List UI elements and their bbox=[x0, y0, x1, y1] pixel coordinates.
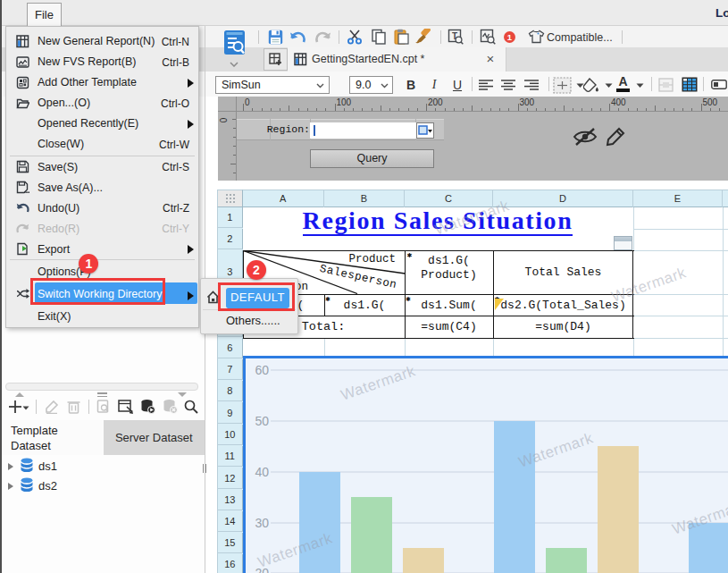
row-header-7[interactable]: 7 bbox=[218, 359, 243, 380]
menu-item-redo[interactable]: Redo(R) Ctrl-Y bbox=[7, 218, 197, 239]
splitter-handle-icon[interactable] bbox=[97, 392, 107, 394]
fill-caret-icon[interactable] bbox=[605, 83, 613, 88]
menu-item-close[interactable]: Close(W) Ctrl-W bbox=[7, 134, 197, 155]
column-header-E[interactable]: E bbox=[633, 190, 723, 207]
compatible-label[interactable]: Compatible... bbox=[547, 31, 613, 44]
panel-divider-handle-icon[interactable] bbox=[203, 464, 206, 473]
align-center-icon[interactable] bbox=[501, 80, 515, 90]
search-dataset-icon[interactable] bbox=[184, 400, 198, 414]
tab-template-dataset[interactable]: Template Dataset bbox=[2, 420, 104, 455]
preview-dataset-icon[interactable] bbox=[96, 400, 110, 414]
align-right-icon[interactable] bbox=[524, 80, 539, 90]
menu-item-exit[interactable]: Exit(X) bbox=[7, 306, 197, 326]
font-color-button[interactable]: A bbox=[615, 76, 631, 93]
submenu-item-others[interactable]: Others...... bbox=[226, 314, 280, 327]
cut-icon[interactable] bbox=[347, 29, 363, 45]
collapse-down-icon[interactable] bbox=[177, 392, 188, 398]
menu-item-export[interactable]: Export bbox=[7, 239, 197, 259]
column-header-A[interactable]: A bbox=[243, 190, 325, 207]
chart-bar-series-green-g2[interactable] bbox=[546, 548, 587, 573]
tree-expand-caret-icon[interactable] bbox=[8, 463, 13, 470]
font-color-caret-icon[interactable] bbox=[636, 83, 644, 88]
menu-item-add-other-template[interactable]: Add Other Template bbox=[7, 72, 197, 93]
format-painter-icon[interactable] bbox=[414, 29, 431, 45]
disconnect-database-icon[interactable] bbox=[163, 399, 178, 414]
chart-bar-series-blue-g2[interactable] bbox=[494, 421, 535, 573]
formula-search-icon[interactable] bbox=[480, 29, 496, 45]
cell-c4[interactable]: ds1.Sum( bbox=[405, 299, 493, 312]
tab-gettingstarteden[interactable]: GettingStartedEN.cpt * × bbox=[288, 47, 506, 72]
menu-item-new-general-report[interactable]: New General Report(N) Ctrl-N bbox=[7, 31, 197, 52]
tab-server-dataset[interactable]: Server Dataset bbox=[104, 420, 205, 455]
sheet-select-all-corner[interactable] bbox=[217, 190, 243, 207]
underline-button[interactable]: U bbox=[450, 78, 464, 92]
hide-preview-eye-icon[interactable] bbox=[573, 127, 598, 147]
new-template-tab-button[interactable] bbox=[264, 48, 288, 71]
notification-badge[interactable]: 1 bbox=[504, 31, 515, 43]
undo-toolbar-icon[interactable] bbox=[289, 29, 306, 45]
cell-d5[interactable]: =sum(D4) bbox=[493, 320, 633, 333]
cell-d3[interactable]: Total Sales bbox=[493, 265, 633, 279]
tab-close-icon[interactable]: × bbox=[483, 51, 498, 66]
merge-cells-icon[interactable] bbox=[658, 78, 674, 92]
chart-bar-series-green-g1[interactable] bbox=[351, 497, 392, 573]
panel-splitter[interactable] bbox=[5, 383, 198, 391]
login-link[interactable]: Login bbox=[715, 6, 728, 20]
row-header-8[interactable]: 8 bbox=[218, 381, 243, 401]
align-left-icon[interactable] bbox=[479, 80, 493, 90]
row-header-15[interactable]: 15 bbox=[218, 533, 243, 553]
delete-dataset-icon[interactable] bbox=[67, 400, 80, 414]
row-header-9[interactable]: 9 bbox=[218, 402, 243, 424]
chart-bar-series-tan-g2[interactable] bbox=[598, 446, 639, 573]
font-size-select[interactable]: 9.0 bbox=[349, 76, 393, 94]
row-header-14[interactable]: 14 bbox=[218, 511, 243, 532]
border-icon[interactable] bbox=[553, 77, 572, 94]
row-header-16[interactable]: 16 bbox=[218, 554, 243, 573]
row-header-2[interactable]: 2 bbox=[218, 229, 243, 249]
row-header-10[interactable]: 10 bbox=[218, 425, 243, 445]
row-header-11[interactable]: 11 bbox=[218, 446, 243, 467]
row-header-13[interactable]: 13 bbox=[218, 490, 243, 510]
menu-item-save[interactable]: Save(S) Ctrl-S bbox=[7, 156, 197, 177]
menu-item-new-fvs-report[interactable]: New FVS Report(B) Ctrl-B bbox=[7, 52, 197, 72]
row-header-12[interactable]: 12 bbox=[218, 468, 243, 489]
query-button[interactable]: Query bbox=[310, 149, 434, 168]
column-header-B[interactable]: B bbox=[324, 190, 405, 207]
chart-bar-series-blue-g1[interactable] bbox=[299, 472, 340, 573]
column-header-D[interactable]: D bbox=[493, 190, 633, 207]
add-dataset-caret-icon[interactable] bbox=[22, 406, 29, 410]
run-database-icon[interactable] bbox=[140, 399, 155, 414]
widget-pill-icon[interactable] bbox=[711, 80, 727, 89]
row-header-1[interactable]: 1 bbox=[218, 207, 243, 228]
dataset-tree-item-ds1[interactable]: ds1 bbox=[2, 457, 205, 476]
region-dropdown-widget-button[interactable] bbox=[416, 122, 434, 139]
italic-button[interactable]: I bbox=[427, 78, 441, 92]
row-header-6[interactable]: 6 bbox=[218, 338, 243, 358]
menu-item-opened-recently[interactable]: Opened Recently(E) bbox=[7, 114, 197, 134]
bold-button[interactable]: B bbox=[404, 78, 418, 92]
edit-pencil-icon[interactable] bbox=[605, 126, 626, 147]
chevron-down-icon[interactable] bbox=[316, 83, 324, 88]
menu-item-open[interactable]: Open...(O) Ctrl-O bbox=[7, 93, 197, 114]
redo-toolbar-icon[interactable] bbox=[314, 29, 331, 45]
menu-file[interactable]: File bbox=[27, 3, 62, 26]
font-family-select[interactable]: SimSun bbox=[215, 76, 330, 94]
edit-dataset-icon[interactable] bbox=[45, 400, 59, 414]
splitter-handle-icon[interactable] bbox=[97, 396, 107, 398]
find-replace-icon[interactable]: T bbox=[448, 29, 464, 45]
cell-c3[interactable]: ds1.G(Product) bbox=[405, 254, 493, 282]
template-directory-icon[interactable] bbox=[223, 29, 247, 58]
dataset-tree-item-ds2[interactable]: ds2 bbox=[2, 476, 205, 495]
chart-bar-series-tan-g1[interactable] bbox=[403, 548, 444, 573]
directory-dropdown-caret-icon[interactable] bbox=[230, 62, 238, 67]
table-style-icon[interactable] bbox=[682, 77, 698, 92]
tree-expand-caret-icon[interactable] bbox=[8, 483, 13, 490]
paste-icon[interactable] bbox=[393, 29, 410, 45]
copy-icon[interactable] bbox=[371, 29, 387, 45]
save-toolbar-icon[interactable] bbox=[268, 29, 283, 45]
edit-server-dataset-icon[interactable] bbox=[118, 400, 133, 414]
add-dataset-button[interactable] bbox=[8, 400, 22, 414]
region-parameter-input[interactable] bbox=[310, 122, 416, 139]
compatible-shirt-icon[interactable] bbox=[528, 29, 545, 44]
collapse-up-icon[interactable] bbox=[14, 392, 25, 398]
